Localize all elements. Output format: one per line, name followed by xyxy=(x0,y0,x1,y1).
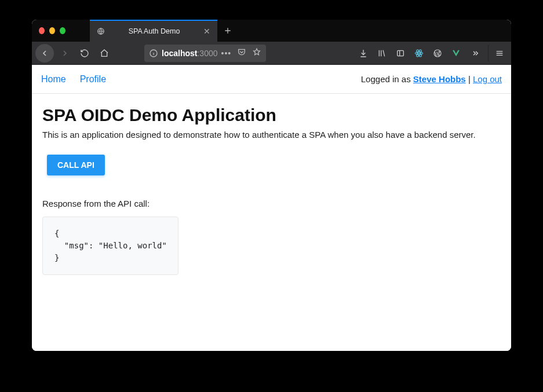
response-label: Response from the API call: xyxy=(42,199,501,208)
new-tab-button[interactable] xyxy=(217,20,238,42)
app-navbar: Home Profile Logged in as Steve Hobbs | … xyxy=(32,65,511,94)
extension-vue-icon[interactable] xyxy=(447,45,465,62)
api-response-body: { "msg": "Hello, world" } xyxy=(42,217,178,275)
window-close-button[interactable] xyxy=(39,27,45,34)
browser-tab-active[interactable]: SPA Auth Demo ✕ xyxy=(90,20,217,42)
tab-strip: SPA Auth Demo ✕ xyxy=(90,20,238,42)
site-info-icon[interactable] xyxy=(149,49,158,58)
url-port: :3000 xyxy=(197,49,217,58)
url-text: localhost:3000 xyxy=(162,49,218,58)
downloads-icon[interactable] xyxy=(355,45,372,62)
nav-home-link[interactable]: Home xyxy=(41,74,66,85)
svg-rect-2 xyxy=(398,50,404,56)
browser-window: SPA Auth Demo ✕ localhost:3000 xyxy=(32,20,511,351)
tab-favicon-icon xyxy=(97,27,105,35)
pocket-icon[interactable] xyxy=(237,47,246,59)
toolbar-extensions xyxy=(355,45,505,62)
nav-profile-link[interactable]: Profile xyxy=(80,74,106,85)
address-bar[interactable]: localhost:3000 ••• xyxy=(144,45,266,62)
window-controls xyxy=(32,20,72,42)
auth-user-link[interactable]: Steve Hobbs xyxy=(413,74,466,84)
extension-wordpress-icon[interactable] xyxy=(429,45,446,62)
overflow-icon[interactable] xyxy=(466,45,483,62)
auth-prefix: Logged in as xyxy=(361,74,413,84)
hamburger-menu-icon[interactable] xyxy=(488,45,505,62)
page-description: This is an application designed to demon… xyxy=(42,130,501,140)
forward-button[interactable] xyxy=(56,45,74,62)
auth-status: Logged in as Steve Hobbs | Log out xyxy=(361,74,502,84)
extension-react-icon[interactable] xyxy=(410,45,428,62)
window-zoom-button[interactable] xyxy=(60,27,65,34)
reload-button[interactable] xyxy=(76,45,93,62)
page-actions-icon[interactable]: ••• xyxy=(221,49,232,58)
library-icon[interactable] xyxy=(373,45,391,62)
page-heading: SPA OIDC Demo Application xyxy=(42,105,501,125)
call-api-button[interactable]: CALL API xyxy=(47,155,105,175)
back-button[interactable] xyxy=(35,44,54,63)
main-content: SPA OIDC Demo Application This is an app… xyxy=(32,94,511,287)
browser-toolbar: localhost:3000 ••• xyxy=(32,42,511,65)
window-minimize-button[interactable] xyxy=(49,27,55,34)
sidebar-icon[interactable] xyxy=(392,45,409,62)
home-button[interactable] xyxy=(96,45,113,62)
window-titlebar: SPA Auth Demo ✕ xyxy=(32,20,511,42)
auth-separator: | xyxy=(466,74,473,84)
logout-link[interactable]: Log out xyxy=(473,74,502,84)
nav-links: Home Profile xyxy=(41,74,106,85)
svg-point-6 xyxy=(418,53,420,54)
url-host: localhost xyxy=(162,49,197,58)
tab-close-icon[interactable]: ✕ xyxy=(203,27,210,35)
urlbar-actions: ••• xyxy=(221,47,262,59)
page-viewport: Home Profile Logged in as Steve Hobbs | … xyxy=(32,65,511,351)
bookmark-star-icon[interactable] xyxy=(252,47,261,59)
tab-title: SPA Auth Demo xyxy=(129,27,180,35)
